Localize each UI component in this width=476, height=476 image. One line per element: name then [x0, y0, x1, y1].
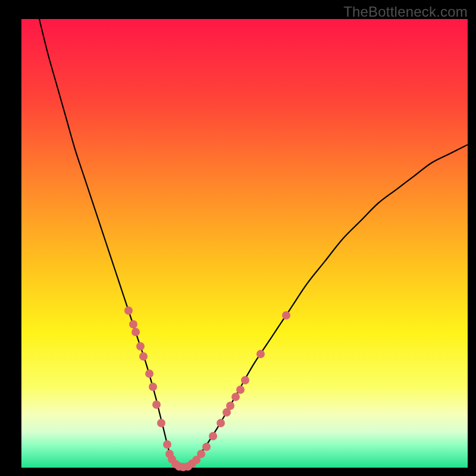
data-point	[129, 320, 137, 328]
data-point	[241, 376, 249, 384]
curve-svg	[21, 19, 468, 468]
data-point	[209, 432, 217, 440]
data-point	[231, 393, 240, 401]
data-point	[226, 402, 234, 410]
data-point	[236, 386, 245, 394]
data-point	[217, 419, 225, 427]
data-point	[145, 369, 154, 378]
data-point	[139, 352, 148, 361]
watermark-text: TheBottleneck.com	[343, 4, 468, 20]
data-point	[149, 383, 157, 391]
chart-frame: TheBottleneck.com	[0, 0, 476, 476]
data-point	[282, 311, 290, 320]
data-point	[157, 419, 165, 427]
plot-area	[21, 19, 468, 468]
data-point	[163, 440, 171, 449]
bottleneck-curve	[39, 19, 468, 468]
data-point	[124, 306, 133, 315]
data-point	[202, 443, 211, 451]
